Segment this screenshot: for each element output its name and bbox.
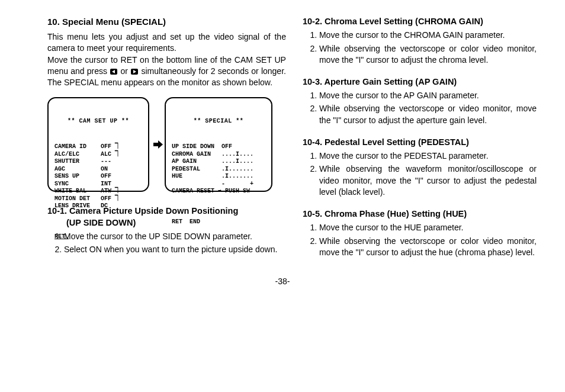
screen2-title: ** SPECIAL ** [172,118,265,126]
screen1-lines: CAMERA ID OFF ⏋ ALC/ELC ALC ⏋ SHUTTER --… [54,143,142,210]
screens-row: ** CAM SET UP ** CAMERA ID OFF ⏋ ALC/ELC… [47,97,286,192]
sec-10-1-heading-line1: 10-1. Camera Picture Upside Down Positio… [47,206,238,216]
list-item: While observing the vectorscope or color… [319,43,537,66]
list-item: While observing the vectorscope or color… [319,236,537,259]
screen1-title: ** CAM SET UP ** [54,118,142,126]
list-item: While observing the waveform monitor/osc… [319,163,537,198]
arrow-right-icon [152,139,165,150]
sec-10-2-steps: Move the cursor to the CHROMA GAIN param… [303,30,537,66]
left-arrow-icon [110,66,118,76]
page-number: -38- [0,277,565,286]
right-arrow-icon [130,66,139,76]
intro-p1: This menu lets you adjust and set up the… [47,32,286,53]
list-item: Move the cursor to the CHROMA GAIN param… [319,30,537,41]
sec-10-3-steps: Move the cursor to the AP GAIN parameter… [303,90,537,127]
list-item: While observing the vectorscope or video… [319,103,537,126]
sec-10-5-heading: 10-5. Chroma Phase (Hue) Setting (HUE) [303,209,537,219]
section-10-heading: 10. Special Menu (SPECIAL) [47,17,286,27]
list-item: Move the cursor to the PEDESTAL paramete… [319,150,537,162]
sec-10-3-heading: 10-3. Aperture Gain Setting (AP GAIN) [303,77,537,86]
special-screen: ** SPECIAL ** UP SIDE DOWN OFF CHROMA GA… [165,97,272,192]
sec-10-5-steps: Move the cursor to the HUE parameter. Wh… [303,222,537,259]
sec-10-4-steps: Move the cursor to the PEDESTAL paramete… [303,150,537,198]
sec-10-1-heading-line2: (UP SIDE DOWN) [47,218,136,227]
cam-setup-screen: ** CAM SET UP ** CAMERA ID OFF ⏋ ALC/ELC… [47,97,149,192]
screen2-lines: UP SIDE DOWN OFF CHROMA GAIN ....I.... A… [172,143,265,195]
intro-p2b: or [118,66,130,76]
list-item: Move the cursor to the HUE parameter. [319,222,537,234]
list-item: Select ON when you want to turn the pict… [64,244,286,256]
screen2-ret: RET END [172,219,265,226]
sec-10-2-heading: 10-2. Chroma Level Setting (CHROMA GAIN) [303,17,537,26]
list-item: Move the cursor to the AP GAIN parameter… [319,90,537,102]
sec-10-4-heading: 10-4. Pedestal Level Setting (PEDESTAL) [303,137,537,147]
